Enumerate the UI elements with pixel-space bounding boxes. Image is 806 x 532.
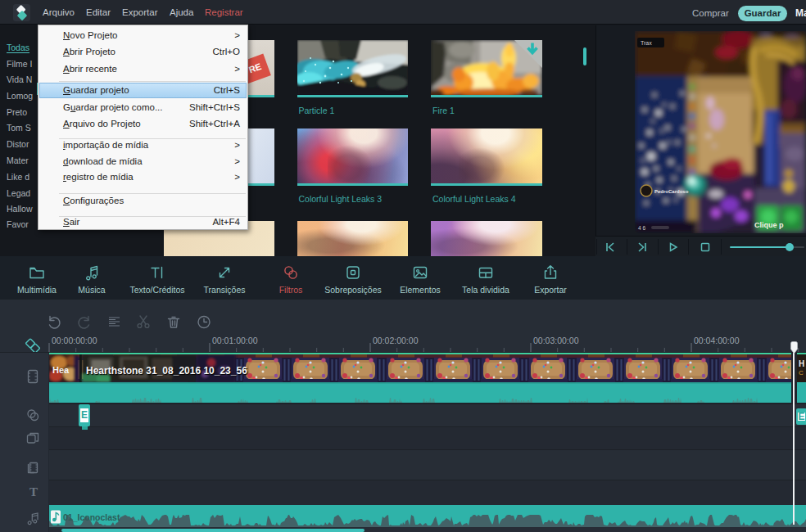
svg-text:00:03:00:00: 00:03:00:00: [533, 336, 579, 345]
svg-text:00:04:00:00: 00:04:00:00: [694, 336, 740, 345]
svg-text:Clique p: Clique p: [754, 221, 784, 229]
svg-text:4 6: 4 6: [638, 225, 645, 231]
svg-text:00:01:00:00: 00:01:00:00: [212, 336, 258, 345]
svg-text:00:02:00:00: 00:02:00:00: [373, 336, 419, 345]
svg-text:Hearthstone 31_08_2016 10_23_5: Hearthstone 31_08_2016 10_23_56: [86, 365, 247, 376]
svg-text:PedroCardoso: PedroCardoso: [654, 189, 689, 194]
svg-text:Hea: Hea: [52, 365, 70, 375]
svg-text:01_Iconoclast: 01_Iconoclast: [63, 512, 120, 522]
svg-text:Trax: Trax: [641, 40, 652, 46]
svg-text:00:00:00:00: 00:00:00:00: [52, 336, 97, 345]
